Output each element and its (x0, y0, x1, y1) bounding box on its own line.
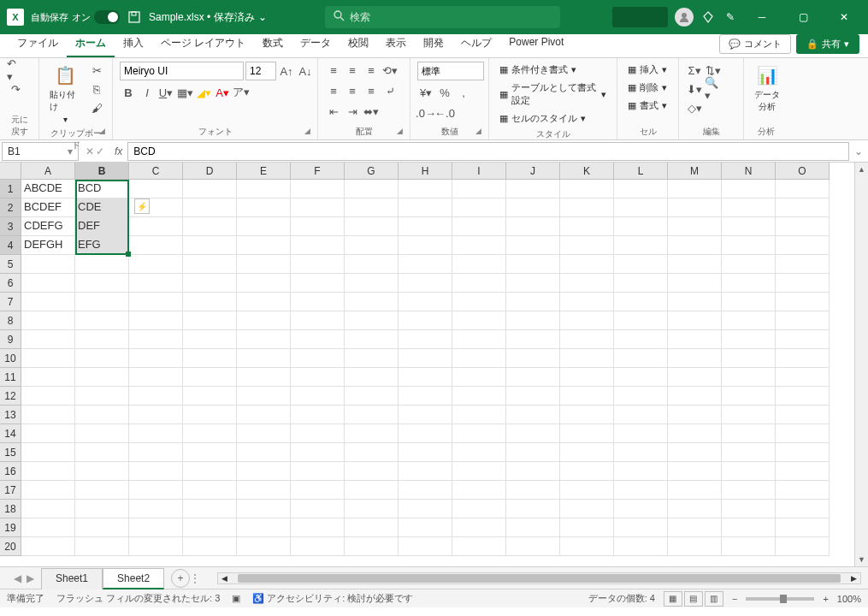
cell-D3[interactable] (183, 217, 237, 236)
cell-J18[interactable] (506, 500, 560, 518)
cell-H10[interactable] (399, 349, 452, 368)
cell-L9[interactable] (614, 330, 668, 349)
cell-I10[interactable] (452, 349, 506, 368)
cell-B19[interactable] (75, 518, 129, 537)
cell-E9[interactable] (237, 330, 291, 349)
cell-N16[interactable] (722, 462, 776, 481)
ribbon-tab-0[interactable]: ファイル (9, 31, 67, 57)
cell-L10[interactable] (614, 349, 668, 368)
ribbon-tab-1[interactable]: ホーム (67, 31, 115, 57)
cell-I15[interactable] (452, 443, 506, 462)
cell-E11[interactable] (237, 368, 291, 387)
cell-N9[interactable] (722, 330, 776, 349)
cell-O14[interactable] (776, 424, 830, 443)
font-size-select[interactable] (245, 62, 276, 80)
cell-B5[interactable] (75, 255, 129, 274)
cell-J5[interactable] (506, 255, 560, 274)
cell-G13[interactable] (345, 406, 399, 424)
increase-decimal-button[interactable]: .0→ (417, 104, 434, 121)
redo-button[interactable]: ↷ (7, 80, 24, 98)
share-button[interactable]: 🔒共有▾ (796, 34, 859, 54)
vertical-scrollbar[interactable]: ▲ ▼ (854, 163, 868, 566)
cell-G12[interactable] (345, 387, 399, 406)
cell-I19[interactable] (452, 518, 506, 537)
cell-K5[interactable] (560, 255, 614, 274)
row-header-15[interactable]: 15 (0, 443, 21, 462)
cell-L8[interactable] (614, 311, 668, 330)
dialog-launcher-icon[interactable]: ◢ (99, 127, 109, 137)
font-color-button[interactable]: A▾ (214, 84, 231, 101)
cell-N20[interactable] (722, 537, 776, 556)
cell-G17[interactable] (345, 481, 399, 500)
cell-D6[interactable] (183, 274, 237, 293)
cell-O9[interactable] (776, 330, 830, 349)
search-box[interactable]: 検索 (325, 6, 560, 28)
cell-M10[interactable] (668, 349, 722, 368)
cell-A18[interactable] (21, 500, 75, 518)
cell-J16[interactable] (506, 462, 560, 481)
cell-F12[interactable] (291, 387, 345, 406)
cell-styles-button[interactable]: ▦セルのスタイル▾ (496, 110, 610, 127)
undo-button[interactable]: ↶ ▾ (7, 62, 24, 79)
delete-cells-button[interactable]: ▦削除▾ (624, 80, 670, 96)
cell-C16[interactable] (129, 462, 183, 481)
cell-J20[interactable] (506, 537, 560, 556)
cell-L18[interactable] (614, 500, 668, 518)
cell-D9[interactable] (183, 330, 237, 349)
conditional-format-button[interactable]: ▦条件付き書式▾ (496, 62, 610, 78)
save-icon[interactable] (127, 9, 142, 25)
cell-N6[interactable] (722, 274, 776, 293)
cell-M15[interactable] (668, 443, 722, 462)
cell-I11[interactable] (452, 368, 506, 387)
cell-A8[interactable] (21, 311, 75, 330)
cell-E15[interactable] (237, 443, 291, 462)
cell-F9[interactable] (291, 330, 345, 349)
scrollbar-thumb[interactable] (238, 574, 841, 583)
cell-E1[interactable] (237, 180, 291, 198)
cell-E10[interactable] (237, 349, 291, 368)
cell-F8[interactable] (291, 311, 345, 330)
cell-D15[interactable] (183, 443, 237, 462)
cell-M18[interactable] (668, 500, 722, 518)
table-format-button[interactable]: ▦テーブルとして書式設定▾ (496, 80, 610, 109)
col-header-K[interactable]: K (560, 163, 614, 180)
font-name-select[interactable] (120, 62, 244, 80)
page-layout-view-button[interactable]: ▤ (684, 591, 703, 607)
cell-H7[interactable] (399, 293, 452, 311)
cell-E3[interactable] (237, 217, 291, 236)
cell-G14[interactable] (345, 424, 399, 443)
cell-D20[interactable] (183, 537, 237, 556)
row-header-10[interactable]: 10 (0, 349, 21, 368)
cell-A9[interactable] (21, 330, 75, 349)
cell-I1[interactable] (452, 180, 506, 198)
cell-A15[interactable] (21, 443, 75, 462)
col-header-E[interactable]: E (237, 163, 291, 180)
cell-O4[interactable] (776, 236, 830, 255)
cell-H1[interactable] (399, 180, 452, 198)
cell-B17[interactable] (75, 481, 129, 500)
cell-O16[interactable] (776, 462, 830, 481)
cell-G15[interactable] (345, 443, 399, 462)
row-header-5[interactable]: 5 (0, 255, 21, 274)
cell-J8[interactable] (506, 311, 560, 330)
cell-J3[interactable] (506, 217, 560, 236)
page-break-view-button[interactable]: ▥ (705, 591, 723, 607)
sheet-tab-Sheet1[interactable]: Sheet1 (41, 568, 103, 589)
cell-I7[interactable] (452, 293, 506, 311)
normal-view-button[interactable]: ▦ (664, 591, 682, 607)
row-header-3[interactable]: 3 (0, 217, 21, 236)
cell-D13[interactable] (183, 406, 237, 424)
cell-B9[interactable] (75, 330, 129, 349)
cell-N13[interactable] (722, 406, 776, 424)
formula-input[interactable] (127, 142, 849, 161)
row-header-6[interactable]: 6 (0, 274, 21, 293)
cell-B11[interactable] (75, 368, 129, 387)
cell-M14[interactable] (668, 424, 722, 443)
cell-H8[interactable] (399, 311, 452, 330)
cell-F19[interactable] (291, 518, 345, 537)
autosave-toggle[interactable]: 自動保存 オン (31, 10, 120, 24)
align-bottom-button[interactable]: ≡ (363, 62, 380, 79)
cell-C18[interactable] (129, 500, 183, 518)
cell-L11[interactable] (614, 368, 668, 387)
row-header-8[interactable]: 8 (0, 311, 21, 330)
